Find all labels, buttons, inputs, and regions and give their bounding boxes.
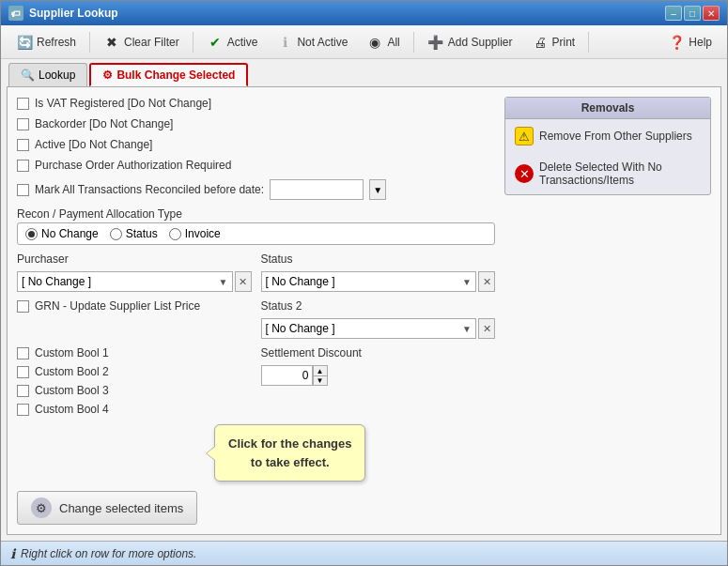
active-label: Active — [227, 36, 258, 49]
status2-dropdown[interactable]: [ No Change ] ▼ — [261, 318, 477, 339]
custom-bool-4-checkbox[interactable] — [17, 404, 29, 416]
backorder-checkbox[interactable] — [17, 118, 29, 130]
all-button[interactable]: ◉ All — [359, 31, 407, 54]
settlement-discount-input[interactable]: 0 — [261, 365, 313, 386]
custom-bool-settlement-row: Custom Bool 1 Custom Bool 2 Custom Bool … — [17, 346, 495, 416]
custom-bool-3-checkbox[interactable] — [17, 385, 29, 397]
mark-transactions-row: Mark All Transactions Reconciled before … — [17, 179, 495, 200]
removals-panel: Removals ⚠ Remove From Other Suppliers ✕… — [504, 97, 711, 195]
all-icon: ◉ — [366, 34, 383, 51]
radio-no-change-btn[interactable] — [25, 228, 38, 240]
grn-label: GRN - Update Supplier List Price — [35, 299, 200, 313]
add-supplier-icon: ➕ — [427, 34, 444, 51]
close-button[interactable]: ✕ — [703, 6, 720, 21]
settlement-discount-field: 0 ▲ ▼ — [261, 365, 496, 386]
custom-bool-4-row: Custom Bool 4 — [17, 403, 252, 416]
status-bar: ℹ Right click on row for more options. — [1, 541, 727, 565]
remove-from-other-suppliers-button[interactable]: ⚠ Remove From Other Suppliers — [505, 119, 710, 153]
maximize-button[interactable]: □ — [684, 6, 701, 21]
separator-4 — [588, 32, 589, 53]
status-text: Right click on row for more options. — [21, 547, 196, 560]
tab-lookup[interactable]: 🔍 Lookup — [8, 63, 87, 86]
change-btn-icon: ⚙ — [31, 497, 52, 518]
clear-filter-label: Clear Filter — [124, 36, 179, 49]
tab-bulk-change[interactable]: ⚙ Bulk Change Selected — [89, 63, 248, 86]
separator-2 — [193, 32, 194, 53]
radio-status[interactable]: Status — [110, 227, 158, 240]
supplier-lookup-window: 🏷 Supplier Lookup – □ ✕ 🔄 Refresh ✖ Clea… — [0, 0, 728, 566]
purchaser-clear-btn[interactable]: ✕ — [235, 271, 252, 292]
date-input[interactable] — [270, 179, 364, 200]
status-dropdown[interactable]: [ No Change ] ▼ — [261, 271, 477, 292]
change-btn-label: Change selected items — [59, 501, 183, 515]
status-col: Status [ No Change ] ▼ ✕ — [261, 252, 496, 292]
radio-status-btn[interactable] — [110, 228, 122, 240]
custom-bool-3-label: Custom Bool 3 — [35, 384, 109, 397]
remove-from-other-label: Remove From Other Suppliers — [539, 130, 692, 143]
radio-invoice-btn[interactable] — [169, 228, 181, 240]
mark-transactions-checkbox[interactable] — [17, 184, 29, 196]
is-vat-label: Is VAT Registered [Do Not Change] — [35, 97, 211, 110]
custom-bool-2-label: Custom Bool 2 — [35, 365, 109, 378]
add-supplier-label: Add Supplier — [448, 36, 513, 49]
lookup-tab-icon: 🔍 — [21, 69, 35, 82]
custom-bool-3-row: Custom Bool 3 — [17, 384, 252, 397]
help-button[interactable]: ❓ Help — [660, 31, 720, 54]
separator-3 — [413, 32, 414, 53]
right-panel: Removals ⚠ Remove From Other Suppliers ✕… — [504, 97, 711, 525]
purchaser-col: Purchaser [ No Change ] ▼ ✕ — [17, 252, 252, 292]
active-checkbox[interactable] — [17, 139, 29, 151]
purchase-order-checkbox[interactable] — [17, 160, 29, 172]
is-vat-row: Is VAT Registered [Do Not Change] — [17, 97, 495, 110]
not-active-button[interactable]: ℹ Not Active — [269, 31, 355, 54]
status-label: Status — [261, 252, 496, 266]
purchaser-dropdown[interactable]: [ No Change ] ▼ — [17, 271, 233, 292]
grn-checkbox[interactable] — [17, 300, 29, 313]
print-button[interactable]: 🖨 Print — [524, 31, 583, 54]
custom-bool-col: Custom Bool 1 Custom Bool 2 Custom Bool … — [17, 346, 252, 416]
lookup-tab-label: Lookup — [39, 69, 75, 82]
status-value: [ No Change ] — [266, 275, 335, 288]
change-selected-button[interactable]: ⚙ Change selected items — [17, 491, 197, 525]
radio-invoice[interactable]: Invoice — [169, 227, 221, 240]
purchase-order-row: Purchase Order Authorization Required — [17, 159, 495, 172]
settlement-label: Settlement Discount — [261, 346, 496, 359]
settlement-col: Settlement Discount 0 ▲ ▼ — [261, 346, 496, 416]
add-supplier-button[interactable]: ➕ Add Supplier — [420, 31, 520, 54]
delete-selected-button[interactable]: ✕ Delete Selected With No Transactions/I… — [505, 153, 710, 194]
radio-no-change[interactable]: No Change — [25, 227, 99, 240]
custom-bool-2-checkbox[interactable] — [17, 366, 29, 378]
help-icon: ❓ — [668, 34, 685, 51]
active-label: Active [Do Not Change] — [35, 138, 152, 151]
toolbar: 🔄 Refresh ✖ Clear Filter ✔ Active ℹ Not … — [1, 25, 727, 59]
is-vat-checkbox[interactable] — [17, 98, 29, 110]
purchaser-dropdown-row: [ No Change ] ▼ ✕ — [17, 271, 252, 292]
removals-title: Removals — [505, 98, 710, 119]
custom-bool-4-label: Custom Bool 4 — [35, 403, 109, 416]
refresh-button[interactable]: 🔄 Refresh — [8, 31, 84, 54]
window-controls: – □ ✕ — [665, 6, 720, 21]
custom-bool-1-label: Custom Bool 1 — [35, 346, 109, 359]
clear-filter-button[interactable]: ✖ Clear Filter — [96, 31, 187, 54]
status-clear-btn[interactable]: ✕ — [478, 271, 495, 292]
spin-down-button[interactable]: ▼ — [313, 375, 328, 386]
status2-clear-btn[interactable]: ✕ — [478, 318, 495, 339]
tooltip-bubble: Click for the changesto take effect. — [214, 424, 365, 482]
minimize-button[interactable]: – — [665, 6, 682, 21]
purchaser-label: Purchaser — [17, 252, 252, 266]
tooltip-text: Click for the changesto take effect. — [228, 436, 351, 469]
help-label: Help — [689, 36, 712, 49]
active-button[interactable]: ✔ Active — [199, 31, 266, 54]
status2-col: Status 2 [ No Change ] ▼ ✕ — [261, 299, 496, 339]
settlement-value: 0 — [302, 369, 309, 382]
backorder-row: Backorder [Do Not Change] — [17, 117, 495, 130]
radio-invoice-label: Invoice — [185, 227, 221, 240]
date-dropdown-arrow[interactable]: ▼ — [369, 179, 386, 200]
spin-up-button[interactable]: ▲ — [313, 365, 328, 375]
radio-status-label: Status — [126, 227, 158, 240]
purchaser-arrow: ▼ — [219, 277, 228, 287]
radio-no-change-label: No Change — [41, 227, 99, 240]
custom-bool-1-checkbox[interactable] — [17, 347, 29, 359]
purchase-order-label: Purchase Order Authorization Required — [35, 159, 231, 172]
active-row: Active [Do Not Change] — [17, 138, 495, 151]
